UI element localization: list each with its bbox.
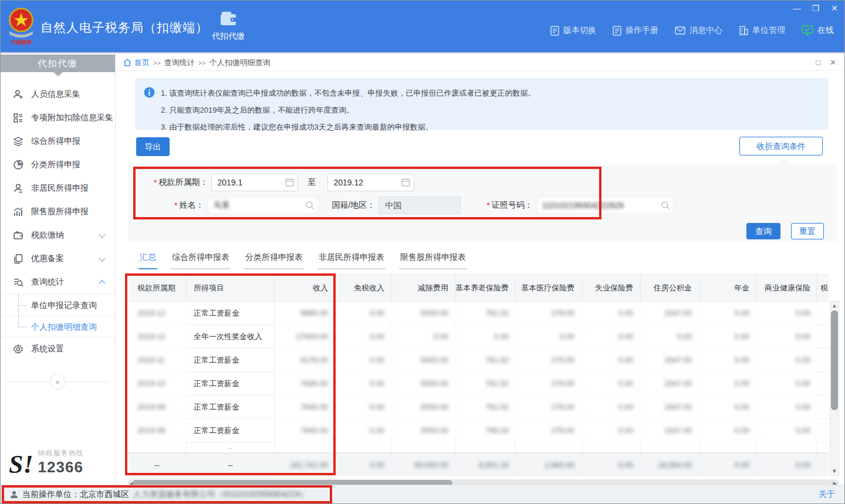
unit-management-link[interactable]: 单位管理	[739, 25, 785, 36]
required-mark: *	[154, 178, 157, 187]
svg-text:中国税务: 中国税务	[11, 39, 32, 45]
chevron-up-icon	[99, 280, 105, 286]
window-minimize-button[interactable]: —	[792, 3, 802, 13]
sidebar-item-system-settings[interactable]: 系统设置	[1, 337, 115, 361]
breadcrumb-level1: 查询统计	[164, 57, 195, 68]
sidebar-item-query-statistics[interactable]: 查询统计	[1, 270, 115, 294]
panel-maximize-icon[interactable]: □	[816, 58, 820, 67]
info-icon	[144, 87, 155, 98]
table-body: 2019-12 正常工资薪金 9985.00 0.00 5000.00 761.…	[128, 302, 829, 442]
export-button[interactable]: 导出	[136, 137, 170, 156]
tax-emblem-logo: 中国税务	[5, 5, 37, 46]
scroll-right-arrow[interactable]: ▶	[832, 481, 839, 485]
nationality-label: 国籍/地区：	[332, 200, 375, 211]
tab-comprehensive[interactable]: 综合所得申报表	[171, 249, 231, 269]
query-button[interactable]: 查询	[746, 223, 780, 239]
sidebar-subitem-unit-declare-record[interactable]: 单位申报记录查询	[1, 295, 115, 316]
table-total-row: -- -- 161,741.00 0.00 60,000.00 8,951.16…	[128, 453, 829, 476]
period-from-field	[211, 174, 298, 191]
app-window: 中国税务 自然人电子税务局（扣缴端） 代扣代缴 版本切换 操作手册 消息中心	[0, 0, 845, 504]
calendar-icon[interactable]	[401, 178, 410, 187]
person-icon	[12, 182, 24, 194]
table-row[interactable]: 2019-09 正常工资薪金 7645.00 0.00 5000.00 761.…	[128, 395, 829, 419]
main-content: 1. 该查询统计表仅能查询已申报成功的数据，不包含未申报、申报失败，已申报但已作…	[116, 71, 844, 485]
hotline-label: 纳税服务热线	[38, 449, 84, 457]
id-number-label: 证照号码：	[492, 200, 533, 211]
manual-link[interactable]: 操作手册	[613, 25, 658, 36]
notice-line: 3. 由于数据处理的滞后性，建议您在申报成功3天之后再来查询最新的申报数据。	[161, 119, 819, 136]
hotline-mark-icon: S!	[9, 453, 33, 476]
about-link[interactable]: 关于	[819, 489, 835, 500]
breadcrumb-home-link[interactable]: 首页	[123, 57, 150, 68]
name-input[interactable]	[207, 197, 319, 214]
reset-button[interactable]: 重置	[791, 223, 824, 239]
summary-table: 税款所属期 所得项目 收入 免税收入 减除费用 基本养老保险费 基本医疗保险费 …	[128, 274, 839, 476]
calendar-icon[interactable]	[285, 178, 294, 187]
sidebar-item-restricted-stock[interactable]: 限售股所得申报	[1, 200, 115, 224]
tab-summary[interactable]: 汇总	[138, 249, 157, 269]
sidebar-item-special-deduction[interactable]: 专项附加扣除信息采集	[1, 106, 115, 130]
mail-icon	[675, 26, 685, 35]
id-number-input[interactable]	[536, 197, 674, 214]
current-unit-label: 当前操作单位：北京市西城区	[22, 489, 129, 500]
filter-panel: * 税款所属期： 至 * 姓名：	[128, 164, 837, 242]
document-icon	[613, 26, 621, 36]
version-switch-link[interactable]: 版本切换	[550, 25, 596, 36]
sidebar-item-nonresident-income[interactable]: 非居民所得申报	[1, 177, 115, 200]
sidebar-header: 代扣代缴	[1, 55, 115, 72]
sidebar-item-personnel-info[interactable]: 人员信息采集	[1, 83, 115, 106]
window-close-button[interactable]: ✕	[829, 3, 840, 13]
copy-icon	[12, 253, 24, 265]
chevron-down-icon	[99, 255, 105, 261]
breadcrumb: 首页 >> 查询统计 >> 个人扣缴明细查询 □ ✕	[116, 55, 844, 71]
sidebar-item-preference-record[interactable]: 优惠备案	[1, 247, 115, 270]
message-center-link[interactable]: 消息中心	[675, 25, 722, 36]
nationality-value: 中国	[378, 197, 461, 214]
sidebar-item-classified-income[interactable]: 分类所得申报	[1, 153, 115, 177]
name-label: 姓名：	[179, 200, 204, 211]
required-mark: *	[174, 201, 177, 210]
vertical-scroll-thumb[interactable]	[831, 310, 838, 410]
search-icon[interactable]	[305, 201, 315, 210]
monitor-check-icon	[802, 25, 813, 36]
tab-classified[interactable]: 分类所得申报表	[244, 249, 304, 269]
horizontal-scroll-thumb[interactable]	[133, 480, 452, 485]
window-restore-button[interactable]: ❐	[810, 3, 821, 13]
scroll-up-arrow[interactable]: ▲	[830, 302, 839, 310]
form-list-icon	[12, 112, 24, 124]
fold-query-conditions-button[interactable]: 收折查询条件	[739, 137, 823, 155]
hotline-logo: S! 纳税服务热线 12366	[9, 447, 84, 476]
sidebar-item-tax-payment[interactable]: 税款缴纳	[1, 224, 115, 247]
wallet-icon	[219, 11, 237, 26]
vertical-scrollbar[interactable]: ▲ ▼	[830, 301, 839, 476]
horizontal-scrollbar[interactable]: ◀ ▶	[128, 479, 839, 485]
table-row[interactable]: 2019-11 正常工资薪金 9178.00 0.00 5000.00 761.…	[128, 349, 829, 372]
chevron-down-icon	[99, 231, 105, 238]
name-field	[207, 197, 319, 214]
bar-chart-icon	[12, 206, 24, 218]
table-row[interactable]: 2019-10 正常工资薪金 7645.00 0.00 5000.00 761.…	[128, 372, 829, 395]
sidebar-subitem-personal-withholding-detail[interactable]: 个人扣缴明细查询	[1, 316, 115, 337]
notice-box: 1. 该查询统计表仅能查询已申报成功的数据，不包含未申报、申报失败，已申报但已作…	[135, 78, 829, 130]
current-unit-masked: 人力资源服务有限公司（91110102559304224）	[133, 489, 308, 500]
table-row[interactable]: 2019-12 全年一次性奖金收入 27500.00 0.00 0.00 0.0…	[128, 325, 829, 349]
panel-close-icon[interactable]: ✕	[830, 58, 836, 67]
app-title: 自然人电子税务局（扣缴端）	[40, 19, 208, 36]
search-icon[interactable]	[661, 201, 670, 210]
tab-daikou-daijiao[interactable]: 代扣代缴	[205, 11, 252, 42]
period-label: 税款所属期：	[158, 177, 208, 188]
sidebar-collapse-button[interactable]: «	[50, 374, 66, 390]
required-mark: *	[486, 201, 489, 210]
tab-nonresident[interactable]: 非居民所得申报表	[317, 249, 386, 269]
gear-icon	[12, 343, 24, 355]
table-row[interactable]: 2019-08 正常工资薪金 7645.00 0.00 5000.00 798.…	[128, 419, 829, 442]
notice-line: 2. 只能查询2019年及之后的数据，不能进行跨年度查询。	[161, 102, 819, 119]
table-header: 税款所属期 所得项目 收入 免税收入 减除费用 基本养老保险费 基本医疗保险费 …	[128, 275, 829, 302]
table-row[interactable]: 2019-12 正常工资薪金 9985.00 0.00 5000.00 761.…	[128, 302, 829, 325]
result-tabs: 汇总 综合所得申报表 分类所得申报表 非居民所得申报表 限售股所得申报表	[138, 249, 467, 269]
scroll-down-arrow[interactable]: ▼	[830, 467, 839, 475]
layers-icon	[12, 136, 24, 147]
tab-restricted-stock[interactable]: 限售股所得申报表	[399, 249, 467, 269]
sidebar-item-comprehensive-income[interactable]: 综合所得申报	[1, 130, 115, 153]
table-row-partial: ..	[128, 442, 829, 453]
